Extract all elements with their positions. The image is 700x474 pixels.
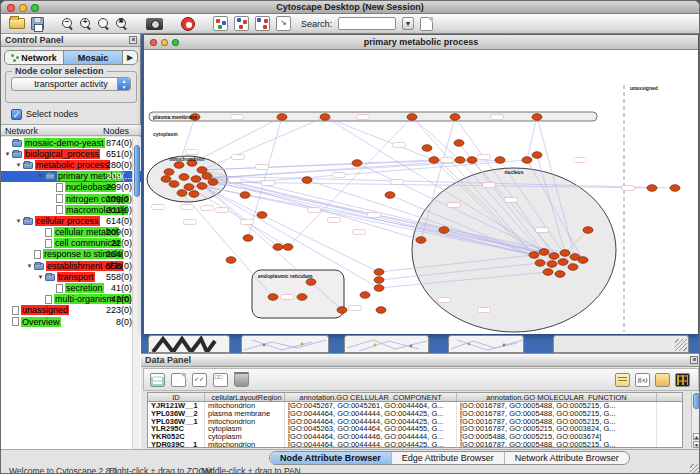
tree-header-nodes[interactable]: Nodes	[103, 126, 129, 136]
network-node[interactable]	[257, 212, 267, 219]
attribute-list-icon[interactable]	[615, 373, 630, 387]
tree-row[interactable]: response to stimulu264(0)	[1, 249, 141, 260]
select-nodes-checkbox[interactable]: ✓	[11, 109, 22, 120]
table-column-header[interactable]: annotation.GO CELLULAR_COMPONENT	[285, 393, 457, 401]
network-node[interactable]	[385, 192, 395, 199]
network-node[interactable]	[568, 264, 578, 271]
network-node[interactable]	[543, 269, 553, 276]
float-panel-icon[interactable]	[690, 356, 698, 364]
search-dropdown-arrow[interactable]: ▼	[402, 17, 414, 30]
network-node[interactable]	[179, 174, 189, 181]
tree-row[interactable]: ▼cellular process614(0)	[1, 215, 141, 226]
import-attributes-icon[interactable]	[655, 373, 670, 387]
scroll-down-arrow-icon[interactable]: ▼	[693, 441, 700, 448]
network-window-titlebar[interactable]: primary metabolic process	[144, 35, 698, 50]
help-icon[interactable]	[181, 17, 195, 31]
float-panel-icon[interactable]	[129, 36, 137, 44]
tree-row[interactable]: nitrogen compo209(0)	[1, 193, 141, 204]
network-node[interactable]	[174, 162, 184, 169]
network-node[interactable]	[177, 190, 187, 197]
save-session-icon[interactable]	[31, 17, 44, 30]
network-node[interactable]	[243, 235, 253, 242]
network-view-window[interactable]: primary metabolic process plasma membran…	[143, 34, 699, 334]
table-row[interactable]: YJR121W__1mitochondrion[GO:0045267, GO:0…	[148, 402, 682, 410]
tree-expander-icon[interactable]: ▼	[3, 151, 12, 157]
tree-row[interactable]: ▼biological_process651(0)	[1, 148, 141, 159]
tree-row[interactable]: mosaic-demo-yeast874(0)	[1, 137, 141, 148]
minimized-window-thumbnail[interactable]	[344, 335, 429, 353]
tree-row[interactable]: macromolecule311(0)	[1, 204, 141, 215]
table-row[interactable]: YKR052Ccytoplasm[GO:0044464, GO:0044446,…	[148, 433, 682, 441]
network-node[interactable]	[277, 114, 287, 121]
network-node[interactable]	[529, 252, 539, 259]
node-color-dropdown[interactable]: transporter activity ▲▼	[11, 77, 131, 91]
minimized-window-thumbnail[interactable]	[448, 335, 524, 353]
minimized-window-thumbnail[interactable]	[241, 335, 329, 353]
network-node[interactable]	[578, 257, 588, 264]
network-node[interactable]	[558, 259, 568, 266]
network-node[interactable]	[535, 260, 545, 267]
minimized-window-thumbnail[interactable]	[553, 335, 689, 353]
table-scrollbar[interactable]: ▲ ▼	[691, 392, 700, 448]
new-attribute-icon[interactable]	[171, 373, 186, 387]
zoom-selected-icon[interactable]: ▣	[116, 18, 128, 30]
tree-expander-icon[interactable]: ▼	[14, 218, 23, 224]
network-node[interactable]	[306, 279, 316, 286]
network-node[interactable]	[467, 157, 477, 164]
network-node[interactable]	[161, 176, 171, 183]
network-node[interactable]	[273, 244, 283, 251]
function-builder-icon[interactable]	[635, 373, 650, 387]
network-node[interactable]	[184, 184, 194, 191]
attribute-table-icon[interactable]	[150, 373, 165, 387]
network-node[interactable]	[532, 114, 542, 121]
annotation-icon[interactable]: ↘	[276, 16, 291, 31]
tab-network-attribute-browser[interactable]: Network Attribute Browser	[505, 452, 629, 464]
table-scrollbar-thumb[interactable]	[693, 393, 700, 409]
network-node[interactable]	[320, 114, 330, 121]
tree-row[interactable]: nucleobase-209(0)	[1, 182, 141, 193]
network-node[interactable]	[532, 152, 542, 159]
more-tabs-arrow-icon[interactable]: ▶	[123, 51, 137, 64]
network-node[interactable]	[164, 169, 174, 176]
title-bar[interactable]: Cytoscape Desktop (New Session)	[1, 1, 699, 14]
zoom-out-icon[interactable]: −	[62, 18, 74, 30]
scroll-up-arrow-icon[interactable]: ▲	[693, 433, 700, 440]
network-node[interactable]	[407, 114, 417, 121]
network-node[interactable]	[208, 179, 218, 186]
tab-network[interactable]: Network	[5, 51, 63, 64]
network-canvas[interactable]: plasma membranecytoplasmmitochondrionnuc…	[144, 50, 698, 334]
open-file-icon[interactable]	[9, 18, 25, 29]
network-node[interactable]	[555, 271, 565, 278]
network-node[interactable]	[495, 157, 505, 164]
zoom-in-icon[interactable]: +	[80, 18, 92, 30]
network-node[interactable]	[297, 294, 307, 301]
network-node[interactable]	[374, 269, 384, 276]
network-node[interactable]	[522, 157, 532, 164]
network-node[interactable]	[422, 145, 432, 152]
tree-row[interactable]: multi-organism pro42(0)	[1, 294, 141, 305]
network-node[interactable]	[670, 185, 680, 192]
network-node[interactable]	[583, 227, 593, 234]
network-node[interactable]	[454, 140, 464, 147]
network-node[interactable]	[226, 257, 236, 264]
tree-row[interactable]: ▼transport558(0)	[1, 271, 141, 282]
network-overview-icon[interactable]	[213, 16, 228, 31]
network-node[interactable]	[647, 185, 657, 192]
table-column-header[interactable]: annotation.GO MOLECULAR_FUNCTION	[457, 393, 657, 401]
network-node[interactable]	[189, 191, 199, 198]
network-node[interactable]	[560, 250, 570, 257]
tree-expander-icon[interactable]: ▼	[25, 263, 34, 269]
minimized-window-thumbnail[interactable]	[148, 335, 230, 353]
network-node[interactable]	[547, 261, 557, 268]
network-node[interactable]	[240, 192, 250, 199]
network-node[interactable]	[450, 114, 460, 121]
table-row[interactable]: YPL036W__1mitochondrion[GO:0044464, GO:0…	[148, 418, 682, 426]
network-node[interactable]	[191, 176, 201, 183]
table-row[interactable]: YPL036W__2plasma membrane[GO:0044464, GO…	[148, 410, 682, 418]
network-node[interactable]	[360, 292, 370, 299]
zoom-fit-icon[interactable]	[98, 18, 110, 30]
network-node[interactable]	[352, 160, 362, 167]
network-node[interactable]	[197, 183, 207, 190]
network-node[interactable]	[169, 181, 179, 188]
tab-node-attribute-browser[interactable]: Node Attribute Browser	[270, 452, 392, 464]
